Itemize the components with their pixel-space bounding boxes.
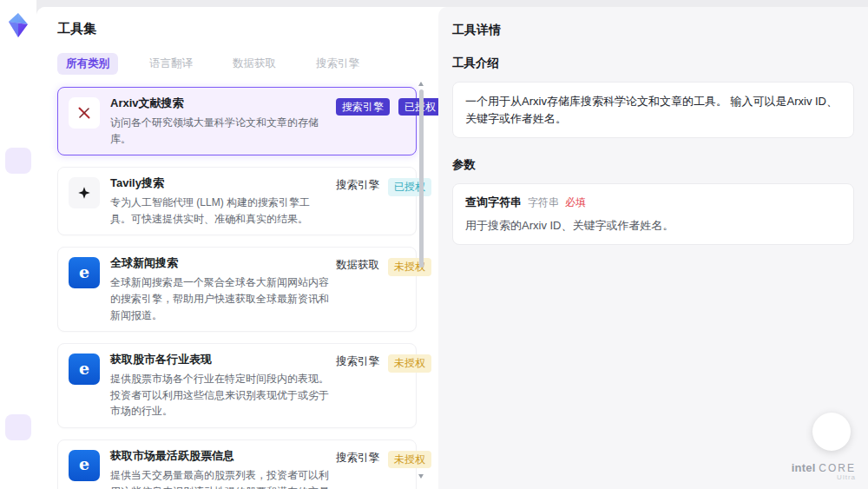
tool-name: Tavily搜索 — [110, 175, 329, 191]
scrollbar-down-arrow[interactable] — [418, 474, 424, 479]
scrollbar-up-arrow[interactable] — [418, 82, 424, 86]
status-badge: 未授权 — [388, 258, 431, 275]
page-title: 工具集 — [57, 21, 418, 37]
tool-description: 提供当天交易量最高的股票列表，投资者可以利用这些信息来识别流动性强的股票和潜在的… — [110, 467, 329, 489]
tool-list-pane: 工具集 所有类别 语言翻译 数据获取 搜索引擎 Arxiv文献搜索 — [36, 7, 438, 489]
sidebar-item-settings[interactable] — [5, 228, 31, 254]
brand-intel: intel — [792, 461, 816, 474]
scrollbar-thumb[interactable] — [419, 89, 424, 268]
tool-description: 提供股票市场各个行业在特定时间段内的表现。投资者可以利用这些信息来识别表现优于或… — [110, 371, 329, 420]
tool-card-stock-sectors[interactable]: e 获取股市各行业表现 提供股票市场各个行业在特定时间段内的表现。投资者可以利用… — [57, 343, 417, 428]
category-label: 搜索引擎 — [336, 354, 379, 369]
brand-tier: Ultra — [792, 474, 856, 482]
tool-description: 访问各个研究领域大量科学论文和文章的存储库。 — [110, 115, 329, 147]
param-name: 查询字符串 — [465, 195, 522, 210]
category-label: 数据获取 — [336, 258, 379, 273]
tool-list: Arxiv文献搜索 访问各个研究领域大量科学论文和文章的存储库。 搜索引擎 已授… — [57, 87, 417, 489]
brand-core: CORE — [819, 462, 856, 474]
main-content: 工具集 所有类别 语言翻译 数据获取 搜索引擎 Arxiv文献搜索 — [36, 7, 868, 489]
tool-name: 获取股市各行业表现 — [110, 352, 329, 367]
intel-core-logo: intel CORE Ultra — [792, 462, 856, 482]
sidebar — [0, 0, 36, 489]
tool-detail-pane: 工具详情 工具介绍 一个用于从Arxiv存储库搜索科学论文和文章的工具。 输入可… — [438, 7, 868, 489]
param-required-badge: 必填 — [565, 195, 586, 210]
category-tabs: 所有类别 语言翻译 数据获取 搜索引擎 — [57, 53, 418, 75]
list-scrollbar[interactable] — [418, 82, 424, 479]
tab-search-engine[interactable]: 搜索引擎 — [307, 53, 368, 75]
tool-name: Arxiv文献搜索 — [110, 96, 329, 111]
tool-card-active-stocks[interactable]: e 获取市场最活跃股票信息 提供当天交易量最高的股票列表，投资者可以利用这些信息… — [57, 439, 417, 489]
intro-text: 一个用于从Arxiv存储库搜索科学论文和文章的工具。 输入可以是Arxiv ID… — [465, 93, 841, 127]
params-heading: 参数 — [452, 157, 854, 173]
tab-data-fetch[interactable]: 数据获取 — [224, 53, 285, 75]
status-badge: 已授权 — [388, 178, 431, 195]
app-logo — [6, 12, 30, 42]
sidebar-item-files[interactable] — [5, 108, 31, 134]
status-badge: 未授权 — [388, 451, 431, 468]
tool-description: 全球新闻搜索是一个聚合全球各大新闻网站内容的搜索引擎，帮助用户快速获取全球最新资… — [110, 274, 329, 323]
sidebar-item-models[interactable] — [5, 188, 31, 214]
news-e-icon: e — [69, 257, 100, 288]
sidebar-item-collapse[interactable] — [5, 451, 31, 477]
tool-card-arxiv[interactable]: Arxiv文献搜索 访问各个研究领域大量科学论文和文章的存储库。 搜索引擎 已授… — [57, 87, 417, 155]
arxiv-x-icon — [69, 97, 100, 129]
param-type: 字符串 — [528, 195, 559, 210]
intro-box: 一个用于从Arxiv存储库搜索科学论文和文章的工具。 输入可以是Arxiv ID… — [452, 82, 854, 138]
tab-all-categories[interactable]: 所有类别 — [57, 53, 118, 75]
sidebar-item-tools[interactable] — [5, 148, 31, 174]
tool-name: 全球新闻搜索 — [110, 255, 329, 271]
param-box: 查询字符串 字符串 必填 用于搜索的Arxiv ID、关键字或作者姓名。 — [452, 183, 854, 245]
category-label: 搜索引擎 — [336, 178, 379, 193]
intro-heading: 工具介绍 — [452, 56, 854, 71]
sidebar-item-chat[interactable] — [5, 68, 31, 94]
sparkle-icon — [69, 177, 100, 208]
download-button[interactable] — [812, 413, 851, 451]
tool-card-global-news[interactable]: e 全球新闻搜索 全球新闻搜索是一个聚合全球各大新闻网站内容的搜索引擎，帮助用户… — [57, 247, 417, 332]
tool-description: 专为人工智能代理 (LLM) 构建的搜索引擎工具。可快速提供实时、准确和真实的结… — [110, 195, 329, 227]
sidebar-item-account[interactable] — [5, 414, 31, 440]
tool-card-tavily[interactable]: Tavily搜索 专为人工智能代理 (LLM) 构建的搜索引擎工具。可快速提供实… — [57, 167, 417, 235]
status-badge: 未授权 — [388, 354, 431, 372]
tool-name: 获取市场最活跃股票信息 — [110, 448, 329, 464]
detail-title: 工具详情 — [452, 23, 854, 38]
news-e-icon: e — [69, 354, 100, 385]
param-description: 用于搜索的Arxiv ID、关键字或作者姓名。 — [465, 218, 841, 234]
category-label: 搜索引擎 — [336, 451, 379, 466]
category-badge: 搜索引擎 — [336, 98, 390, 116]
news-e-icon: e — [69, 450, 100, 481]
tab-language-translation[interactable]: 语言翻译 — [141, 53, 201, 75]
